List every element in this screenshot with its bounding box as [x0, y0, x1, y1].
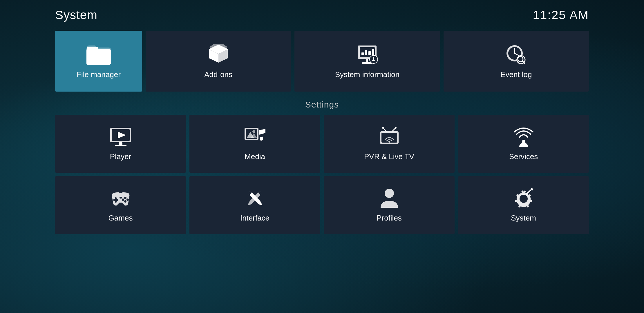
- svg-point-32: [382, 127, 384, 129]
- interface-label: Interface: [240, 214, 269, 223]
- tile-profiles[interactable]: Profiles: [324, 176, 455, 234]
- tile-player[interactable]: Player: [55, 115, 186, 173]
- svg-rect-5: [368, 51, 371, 55]
- svg-point-50: [385, 189, 394, 198]
- pvr-label: PVR & Live TV: [364, 152, 414, 161]
- page-wrapper: System 11:25 AM File manager: [0, 0, 644, 313]
- svg-point-10: [373, 57, 374, 58]
- event-log-label: Event log: [500, 70, 532, 79]
- file-manager-label: File manager: [77, 70, 121, 79]
- games-icon: [109, 188, 132, 208]
- tile-media[interactable]: Media: [189, 115, 320, 173]
- folder-icon: [86, 43, 112, 65]
- player-label: Player: [110, 152, 131, 161]
- svg-rect-0: [87, 47, 98, 50]
- tile-games[interactable]: Games: [55, 176, 186, 234]
- header: System 11:25 AM: [55, 0, 589, 22]
- svg-rect-4: [365, 50, 367, 55]
- event-log-icon: [504, 43, 528, 65]
- svg-rect-3: [361, 52, 364, 55]
- svg-rect-6: [372, 49, 374, 55]
- page-title: System: [55, 8, 97, 22]
- profiles-icon: [378, 188, 401, 208]
- tile-pvr[interactable]: PVR & Live TV: [324, 115, 455, 173]
- addons-icon: [207, 43, 230, 65]
- svg-rect-7: [366, 59, 368, 63]
- profiles-label: Profiles: [377, 214, 402, 223]
- tile-interface[interactable]: Interface: [189, 176, 320, 234]
- tile-event-log[interactable]: Event log: [444, 31, 589, 92]
- services-icon: [512, 127, 535, 147]
- svg-point-33: [395, 127, 397, 129]
- interface-icon: [243, 188, 267, 208]
- top-row: File manager Add-ons: [55, 31, 589, 92]
- player-icon: [109, 127, 132, 147]
- svg-point-34: [388, 141, 390, 143]
- games-label: Games: [108, 214, 133, 223]
- addons-label: Add-ons: [204, 70, 232, 79]
- svg-rect-22: [115, 145, 126, 146]
- svg-point-51: [520, 195, 528, 203]
- tile-services[interactable]: Services: [458, 115, 589, 173]
- svg-rect-21: [119, 142, 122, 145]
- svg-point-41: [122, 199, 124, 201]
- system-info-icon: [356, 43, 379, 65]
- media-label: Media: [245, 152, 265, 161]
- system-information-label: System information: [335, 70, 400, 79]
- svg-point-27: [252, 130, 255, 133]
- clock: 11:25 AM: [533, 8, 589, 22]
- tile-addons[interactable]: Add-ons: [146, 31, 291, 92]
- tile-file-manager[interactable]: File manager: [55, 31, 142, 92]
- svg-line-52: [527, 189, 532, 194]
- tile-system-settings[interactable]: System: [458, 176, 589, 234]
- pvr-icon: [378, 127, 401, 147]
- system-settings-label: System: [511, 214, 536, 223]
- tile-system-information[interactable]: System information: [294, 31, 440, 92]
- svg-rect-38: [113, 199, 118, 201]
- svg-point-42: [124, 200, 126, 203]
- svg-rect-43: [120, 197, 122, 199]
- svg-point-40: [126, 199, 129, 201]
- system-settings-icon: [512, 188, 535, 208]
- services-label: Services: [509, 152, 538, 161]
- settings-grid: Player Media: [55, 115, 589, 234]
- svg-point-39: [124, 197, 126, 199]
- media-icon: [243, 127, 267, 147]
- settings-heading: Settings: [55, 100, 589, 110]
